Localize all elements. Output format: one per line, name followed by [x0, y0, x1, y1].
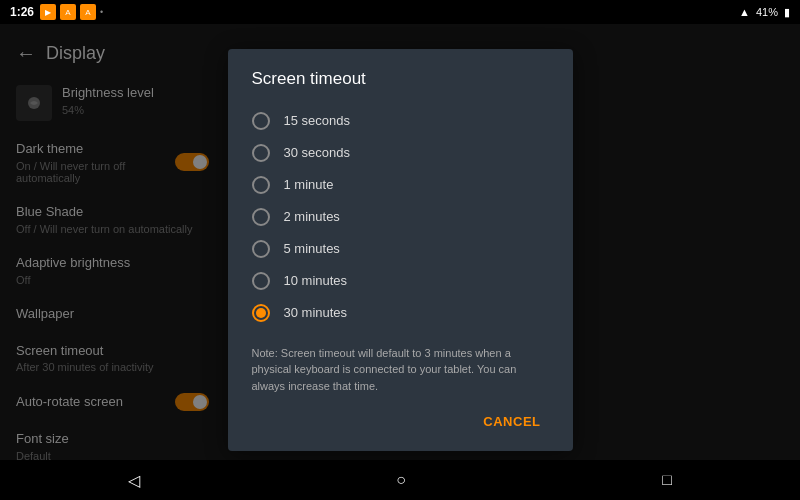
modal-note: Note: Screen timeout will default to 3 m… — [252, 341, 549, 395]
app-icons: ▶ A A • — [40, 4, 103, 20]
radio-option-1m[interactable]: 1 minute — [252, 169, 549, 201]
radio-label-1m: 1 minute — [284, 177, 334, 192]
app-dot-extra: • — [100, 7, 103, 17]
radio-circle-10m — [252, 272, 270, 290]
radio-label-15s: 15 seconds — [284, 113, 351, 128]
status-time: 1:26 — [10, 5, 34, 19]
screen-timeout-modal: Screen timeout 15 seconds 30 seconds 1 m… — [228, 49, 573, 452]
radio-option-15s[interactable]: 15 seconds — [252, 105, 549, 137]
radio-circle-2m — [252, 208, 270, 226]
radio-circle-1m — [252, 176, 270, 194]
radio-label-10m: 10 minutes — [284, 273, 348, 288]
status-bar: 1:26 ▶ A A • ▲ 41% ▮ — [0, 0, 800, 24]
radio-circle-15s — [252, 112, 270, 130]
modal-overlay: Screen timeout 15 seconds 30 seconds 1 m… — [0, 24, 800, 476]
radio-label-30m: 30 minutes — [284, 305, 348, 320]
radio-label-5m: 5 minutes — [284, 241, 340, 256]
radio-option-10m[interactable]: 10 minutes — [252, 265, 549, 297]
cancel-button[interactable]: CANCEL — [475, 408, 548, 435]
app-icon-2: A — [60, 4, 76, 20]
battery-text: 41% — [756, 6, 778, 18]
modal-actions: CANCEL — [252, 408, 549, 435]
radio-circle-30s — [252, 144, 270, 162]
radio-label-30s: 30 seconds — [284, 145, 351, 160]
app-icon-3: A — [80, 4, 96, 20]
status-left: 1:26 ▶ A A • — [10, 4, 103, 20]
wifi-icon: ▲ — [739, 6, 750, 18]
status-right: ▲ 41% ▮ — [739, 6, 790, 19]
radio-option-2m[interactable]: 2 minutes — [252, 201, 549, 233]
radio-circle-5m — [252, 240, 270, 258]
battery-icon: ▮ — [784, 6, 790, 19]
radio-option-30s[interactable]: 30 seconds — [252, 137, 549, 169]
radio-option-5m[interactable]: 5 minutes — [252, 233, 549, 265]
modal-title: Screen timeout — [252, 69, 549, 89]
app-icon-1: ▶ — [40, 4, 56, 20]
radio-label-2m: 2 minutes — [284, 209, 340, 224]
radio-inner-30m — [256, 308, 266, 318]
radio-option-30m[interactable]: 30 minutes — [252, 297, 549, 329]
radio-circle-30m — [252, 304, 270, 322]
